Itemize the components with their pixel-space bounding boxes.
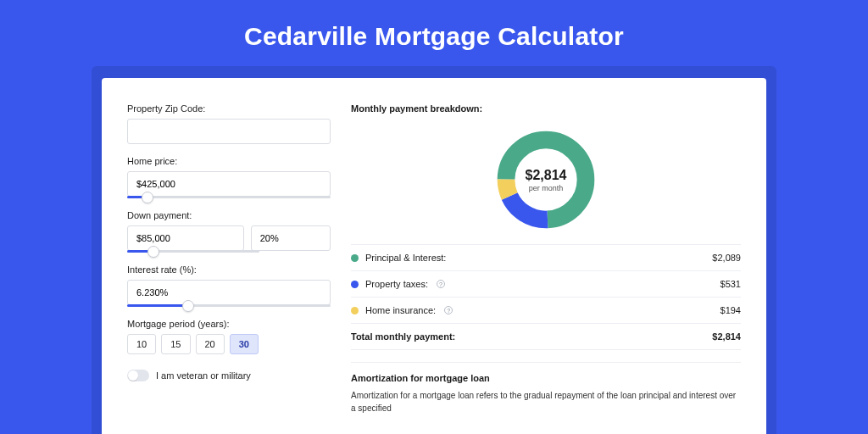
veteran-label: I am veteran or military [156, 370, 251, 381]
breakdown-value: $194 [721, 305, 741, 315]
payment-donut-chart: $2,814 per month [493, 127, 598, 232]
home-price-label: Home price: [127, 156, 331, 166]
form-panel: Property Zip Code: Home price: Down paym… [127, 103, 331, 434]
breakdown-label: Home insurance: [365, 305, 436, 315]
donut-center: $2,814 per month [493, 127, 598, 232]
breakdown-value: $2,089 [712, 253, 741, 263]
breakdown-row: Property taxes:?$531 [351, 271, 741, 298]
breakdown-value: $531 [721, 279, 741, 289]
slider-thumb[interactable] [142, 192, 153, 203]
breakdown-total-label: Total monthly payment: [351, 331, 455, 342]
period-option-30[interactable]: 30 [230, 334, 259, 354]
down-payment-percent-input[interactable] [251, 225, 331, 251]
field-home-price: Home price: [127, 156, 331, 198]
down-payment-slider[interactable] [127, 250, 259, 253]
donut-sub: per month [529, 184, 564, 192]
info-icon[interactable]: ? [437, 280, 445, 288]
legend-dot [351, 281, 359, 288]
card-shadow: Property Zip Code: Home price: Down paym… [92, 66, 776, 434]
info-icon[interactable]: ? [444, 306, 453, 314]
amortization-body: Amortization for a mortgage loan refers … [351, 390, 741, 415]
breakdown-total-row: Total monthly payment:$2,814 [351, 324, 741, 350]
field-down-payment: Down payment: [127, 210, 331, 253]
calculator-card: Property Zip Code: Home price: Down paym… [102, 78, 766, 434]
field-interest-rate: Interest rate (%): [127, 264, 331, 307]
zip-label: Property Zip Code: [127, 103, 331, 114]
field-mortgage-period: Mortgage period (years): 10152030 [127, 319, 331, 354]
mortgage-period-label: Mortgage period (years): [127, 319, 331, 329]
breakdown-title: Monthly payment breakdown: [351, 103, 741, 114]
mortgage-period-options: 10152030 [127, 334, 331, 354]
donut-wrap: $2,814 per month [351, 122, 741, 244]
interest-rate-label: Interest rate (%): [127, 264, 331, 275]
breakdown-label: Principal & Interest: [365, 253, 446, 263]
period-option-15[interactable]: 15 [161, 334, 190, 354]
slider-thumb[interactable] [147, 246, 159, 258]
interest-rate-slider[interactable] [127, 304, 331, 307]
down-payment-label: Down payment: [127, 210, 331, 220]
breakdown-panel: Monthly payment breakdown: $2,814 per mo… [351, 103, 741, 434]
period-option-20[interactable]: 20 [196, 334, 225, 354]
veteran-toggle[interactable] [127, 370, 149, 381]
field-veteran: I am veteran or military [127, 370, 331, 381]
donut-amount: $2,814 [526, 168, 567, 183]
field-zip: Property Zip Code: [127, 103, 331, 144]
breakdown-list: Principal & Interest:$2,089Property taxe… [351, 244, 741, 350]
breakdown-total-value: $2,814 [712, 331, 741, 342]
toggle-knob [128, 370, 138, 381]
breakdown-row: Principal & Interest:$2,089 [351, 245, 741, 271]
period-option-10[interactable]: 10 [127, 334, 156, 354]
legend-dot [351, 307, 359, 314]
home-price-slider[interactable] [127, 196, 331, 198]
breakdown-row: Home insurance:?$194 [351, 298, 741, 324]
page-title: Cedarville Mortgage Calculator [0, 0, 868, 66]
section-divider [351, 362, 741, 363]
home-price-input[interactable] [127, 171, 331, 197]
interest-rate-input[interactable] [127, 280, 331, 305]
breakdown-label: Property taxes: [365, 279, 428, 289]
slider-thumb[interactable] [182, 300, 194, 312]
zip-input[interactable] [127, 119, 331, 144]
down-payment-amount-input[interactable] [127, 225, 244, 251]
legend-dot [351, 254, 359, 262]
amortization-title: Amortization for mortgage loan [351, 373, 741, 383]
